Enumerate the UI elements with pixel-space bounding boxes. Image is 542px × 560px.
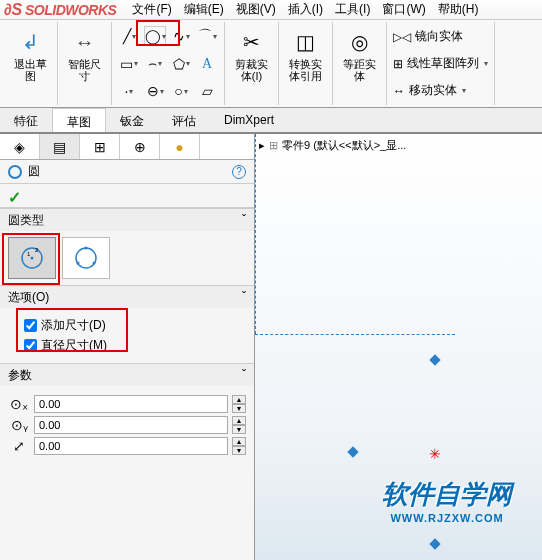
tab-evaluate[interactable]: 评估: [158, 108, 210, 132]
circle-icon: [8, 165, 22, 179]
param-x: ⊙ₓ ▲▼: [8, 395, 246, 413]
section-header-params[interactable]: 参数 ˇ: [0, 364, 254, 386]
appearance-icon: ●: [175, 139, 183, 155]
collapse-icon: ˇ: [242, 368, 246, 382]
convert-button[interactable]: ◫ 转换实 体引用: [285, 24, 326, 86]
tab-sheetmetal[interactable]: 钣金: [106, 108, 158, 132]
property-icon: ▤: [53, 139, 66, 155]
menu-edit[interactable]: 编辑(E): [184, 1, 224, 18]
panel-tabs: ◈ ▤ ⊞ ⊕ ●: [0, 134, 254, 160]
panel-title-bar: 圆 ?: [0, 160, 254, 184]
y-up[interactable]: ▲: [232, 416, 246, 425]
highlight-center-circle: [2, 233, 60, 285]
smart-dimension-button[interactable]: ↔ 智能尺 寸: [64, 24, 105, 86]
feature-tree-icon: ◈: [14, 139, 25, 155]
tab-sketch[interactable]: 草图: [52, 108, 106, 132]
menu-insert[interactable]: 插入(I): [288, 1, 323, 18]
section-circle-type: 圆类型 ˇ 12: [0, 208, 254, 285]
tab-dimxpert[interactable]: DimXpert: [210, 108, 288, 132]
svg-point-7: [85, 247, 88, 250]
arc-tool[interactable]: ⌢▾: [144, 54, 166, 74]
move-button[interactable]: ↔ 移动实体▾: [393, 82, 466, 99]
move-icon: ↔: [393, 84, 405, 98]
dim-icon: ⊕: [134, 139, 146, 155]
collapse-icon: ˇ: [242, 290, 246, 304]
y-input[interactable]: [34, 416, 228, 434]
origin-point: ✳: [429, 446, 441, 462]
radius-icon: ⤢: [8, 437, 30, 455]
mirror-icon: ▷◁: [393, 30, 411, 44]
config-icon: ⊞: [94, 139, 106, 155]
r-down[interactable]: ▼: [232, 446, 246, 455]
feature-tree-flyout[interactable]: ▸ ⊞ 零件9 (默认<<默认>_显...: [259, 138, 406, 153]
panel-tab-config[interactable]: ⊞: [80, 134, 120, 159]
param-radius: ⤢ ▲▼: [8, 437, 246, 455]
watermark: 软件自学网 WWW.RJZXW.COM: [382, 477, 512, 524]
vertical-axis: [255, 134, 256, 334]
collapse-icon: ˇ: [242, 213, 246, 227]
section-options: 选项(O) ˇ 添加尺寸(D) 直径尺寸(M): [0, 285, 254, 363]
panel-tab-dim[interactable]: ⊕: [120, 134, 160, 159]
x-up[interactable]: ▲: [232, 395, 246, 404]
x-coord-icon: ⊙ₓ: [8, 395, 30, 413]
x-input[interactable]: [34, 395, 228, 413]
param-y: ⊙ᵧ ▲▼: [8, 416, 246, 434]
section-parameters: 参数 ˇ ⊙ₓ ▲▼ ⊙ᵧ ▲▼ ⤢ ▲▼: [0, 363, 254, 464]
menu-help[interactable]: 帮助(H): [438, 1, 479, 18]
graphics-area[interactable]: ▸ ⊞ 零件9 (默认<<默认>_显... ✳ 软件自学网 WWW.RJZXW.…: [255, 134, 542, 560]
r-up[interactable]: ▲: [232, 437, 246, 446]
command-tabs: 特征 草图 钣金 评估 DimXpert: [0, 108, 542, 134]
offset-icon: ◎: [346, 28, 374, 56]
panel-tab-feature[interactable]: ◈: [0, 134, 40, 159]
highlight-options: [16, 308, 128, 352]
plane-tool[interactable]: ▱: [196, 81, 218, 101]
menu-window[interactable]: 窗口(W): [382, 1, 425, 18]
slot-tool[interactable]: ⊖▾: [144, 81, 166, 101]
fillet-tool[interactable]: ⌒▾: [196, 26, 218, 46]
expand-tree-icon[interactable]: ▸: [259, 139, 265, 152]
ellipse-tool[interactable]: ○▾: [170, 81, 192, 101]
tab-feature[interactable]: 特征: [0, 108, 52, 132]
help-icon[interactable]: ?: [232, 165, 246, 179]
exit-sketch-button[interactable]: ↲ 退出草 图: [10, 24, 51, 86]
text-tool[interactable]: A: [196, 54, 218, 74]
horizontal-axis: [255, 334, 455, 335]
trim-button[interactable]: ✂ 剪裁实 体(I): [231, 24, 272, 86]
perimeter-circle-button[interactable]: [62, 237, 110, 279]
title-bar: ∂S SOLIDWORKS 文件(F) 编辑(E) 视图(V) 插入(I) 工具…: [0, 0, 542, 20]
axis-endpoint: [429, 354, 440, 365]
property-manager: ◈ ▤ ⊞ ⊕ ● 圆 ? ✓ 圆类型 ˇ 12: [0, 134, 255, 560]
menu-tools[interactable]: 工具(I): [335, 1, 370, 18]
svg-point-4: [76, 248, 96, 268]
polygon-tool[interactable]: ⬠▾: [170, 54, 192, 74]
panel-tab-property[interactable]: ▤: [40, 134, 80, 159]
panel-title: 圆: [28, 163, 40, 180]
confirm-bar: ✓: [0, 184, 254, 208]
app-logo: ∂S SOLIDWORKS: [4, 1, 116, 19]
menu-view[interactable]: 视图(V): [236, 1, 276, 18]
pattern-button[interactable]: ⊞ 线性草图阵列▾: [393, 55, 488, 72]
exit-sketch-icon: ↲: [17, 28, 45, 56]
menu-file[interactable]: 文件(F): [132, 1, 171, 18]
radius-input[interactable]: [34, 437, 228, 455]
svg-point-6: [93, 262, 96, 265]
menu-bar: 文件(F) 编辑(E) 视图(V) 插入(I) 工具(I) 窗口(W) 帮助(H…: [132, 1, 478, 18]
part-icon: ⊞: [269, 139, 278, 152]
part-name: 零件9 (默认<<默认>_显...: [282, 138, 406, 153]
mirror-button[interactable]: ▷◁ 镜向实体: [393, 28, 463, 45]
svg-point-5: [77, 262, 80, 265]
axis-endpoint: [429, 538, 440, 549]
convert-icon: ◫: [292, 28, 320, 56]
pattern-icon: ⊞: [393, 57, 403, 71]
highlight-circle-tool: [136, 20, 180, 46]
panel-tab-appearance[interactable]: ●: [160, 134, 200, 159]
y-down[interactable]: ▼: [232, 425, 246, 434]
rect-tool[interactable]: ▭▾: [118, 54, 140, 74]
section-header-type[interactable]: 圆类型 ˇ: [0, 209, 254, 231]
point-tool[interactable]: ·▾: [118, 81, 140, 101]
x-down[interactable]: ▼: [232, 404, 246, 413]
offset-button[interactable]: ◎ 等距实 体: [339, 24, 380, 86]
ok-button[interactable]: ✓: [8, 189, 21, 206]
section-header-options[interactable]: 选项(O) ˇ: [0, 286, 254, 308]
axis-endpoint: [347, 446, 358, 457]
